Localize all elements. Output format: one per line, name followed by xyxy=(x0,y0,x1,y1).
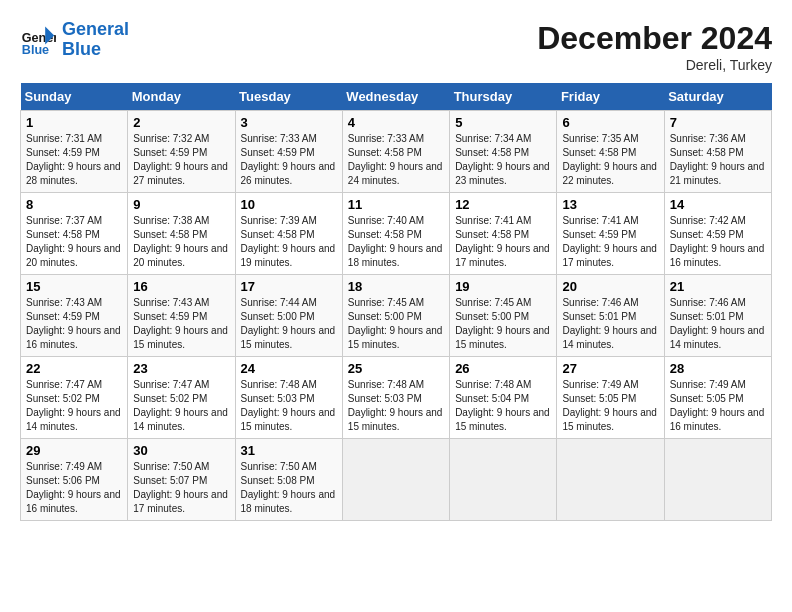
week-row-5: 29Sunrise: 7:49 AMSunset: 5:06 PMDayligh… xyxy=(21,439,772,521)
calendar-cell: 5Sunrise: 7:34 AMSunset: 4:58 PMDaylight… xyxy=(450,111,557,193)
day-info: Sunrise: 7:47 AMSunset: 5:02 PMDaylight:… xyxy=(133,378,229,434)
calendar-cell: 2Sunrise: 7:32 AMSunset: 4:59 PMDaylight… xyxy=(128,111,235,193)
calendar-cell: 8Sunrise: 7:37 AMSunset: 4:58 PMDaylight… xyxy=(21,193,128,275)
day-number: 25 xyxy=(348,361,444,376)
day-number: 24 xyxy=(241,361,337,376)
day-number: 9 xyxy=(133,197,229,212)
day-info: Sunrise: 7:45 AMSunset: 5:00 PMDaylight:… xyxy=(348,296,444,352)
day-number: 30 xyxy=(133,443,229,458)
day-number: 29 xyxy=(26,443,122,458)
day-info: Sunrise: 7:41 AMSunset: 4:59 PMDaylight:… xyxy=(562,214,658,270)
week-row-3: 15Sunrise: 7:43 AMSunset: 4:59 PMDayligh… xyxy=(21,275,772,357)
day-number: 2 xyxy=(133,115,229,130)
day-number: 31 xyxy=(241,443,337,458)
calendar-cell: 6Sunrise: 7:35 AMSunset: 4:58 PMDaylight… xyxy=(557,111,664,193)
day-info: Sunrise: 7:41 AMSunset: 4:58 PMDaylight:… xyxy=(455,214,551,270)
weekday-saturday: Saturday xyxy=(664,83,771,111)
calendar-table: SundayMondayTuesdayWednesdayThursdayFrid… xyxy=(20,83,772,521)
week-row-2: 8Sunrise: 7:37 AMSunset: 4:58 PMDaylight… xyxy=(21,193,772,275)
day-number: 28 xyxy=(670,361,766,376)
day-number: 26 xyxy=(455,361,551,376)
weekday-header-row: SundayMondayTuesdayWednesdayThursdayFrid… xyxy=(21,83,772,111)
day-number: 14 xyxy=(670,197,766,212)
day-info: Sunrise: 7:48 AMSunset: 5:03 PMDaylight:… xyxy=(348,378,444,434)
day-info: Sunrise: 7:45 AMSunset: 5:00 PMDaylight:… xyxy=(455,296,551,352)
calendar-cell: 21Sunrise: 7:46 AMSunset: 5:01 PMDayligh… xyxy=(664,275,771,357)
location: Dereli, Turkey xyxy=(537,57,772,73)
day-number: 20 xyxy=(562,279,658,294)
day-number: 10 xyxy=(241,197,337,212)
calendar-cell: 31Sunrise: 7:50 AMSunset: 5:08 PMDayligh… xyxy=(235,439,342,521)
weekday-wednesday: Wednesday xyxy=(342,83,449,111)
day-info: Sunrise: 7:48 AMSunset: 5:04 PMDaylight:… xyxy=(455,378,551,434)
title-area: December 2024 Dereli, Turkey xyxy=(537,20,772,73)
calendar-cell: 22Sunrise: 7:47 AMSunset: 5:02 PMDayligh… xyxy=(21,357,128,439)
calendar-cell: 7Sunrise: 7:36 AMSunset: 4:58 PMDaylight… xyxy=(664,111,771,193)
calendar-cell: 20Sunrise: 7:46 AMSunset: 5:01 PMDayligh… xyxy=(557,275,664,357)
day-number: 15 xyxy=(26,279,122,294)
day-info: Sunrise: 7:36 AMSunset: 4:58 PMDaylight:… xyxy=(670,132,766,188)
day-info: Sunrise: 7:50 AMSunset: 5:08 PMDaylight:… xyxy=(241,460,337,516)
day-number: 17 xyxy=(241,279,337,294)
day-number: 13 xyxy=(562,197,658,212)
week-row-1: 1Sunrise: 7:31 AMSunset: 4:59 PMDaylight… xyxy=(21,111,772,193)
calendar-cell xyxy=(664,439,771,521)
calendar-cell: 28Sunrise: 7:49 AMSunset: 5:05 PMDayligh… xyxy=(664,357,771,439)
day-number: 1 xyxy=(26,115,122,130)
day-info: Sunrise: 7:39 AMSunset: 4:58 PMDaylight:… xyxy=(241,214,337,270)
calendar-cell: 14Sunrise: 7:42 AMSunset: 4:59 PMDayligh… xyxy=(664,193,771,275)
day-number: 21 xyxy=(670,279,766,294)
weekday-sunday: Sunday xyxy=(21,83,128,111)
day-number: 16 xyxy=(133,279,229,294)
day-info: Sunrise: 7:48 AMSunset: 5:03 PMDaylight:… xyxy=(241,378,337,434)
weekday-tuesday: Tuesday xyxy=(235,83,342,111)
day-number: 5 xyxy=(455,115,551,130)
day-info: Sunrise: 7:46 AMSunset: 5:01 PMDaylight:… xyxy=(670,296,766,352)
calendar-cell: 13Sunrise: 7:41 AMSunset: 4:59 PMDayligh… xyxy=(557,193,664,275)
day-info: Sunrise: 7:38 AMSunset: 4:58 PMDaylight:… xyxy=(133,214,229,270)
day-info: Sunrise: 7:33 AMSunset: 4:58 PMDaylight:… xyxy=(348,132,444,188)
calendar-cell: 29Sunrise: 7:49 AMSunset: 5:06 PMDayligh… xyxy=(21,439,128,521)
calendar-cell: 15Sunrise: 7:43 AMSunset: 4:59 PMDayligh… xyxy=(21,275,128,357)
calendar-cell xyxy=(342,439,449,521)
calendar-cell xyxy=(557,439,664,521)
day-number: 23 xyxy=(133,361,229,376)
day-info: Sunrise: 7:49 AMSunset: 5:05 PMDaylight:… xyxy=(670,378,766,434)
weekday-thursday: Thursday xyxy=(450,83,557,111)
day-info: Sunrise: 7:37 AMSunset: 4:58 PMDaylight:… xyxy=(26,214,122,270)
weekday-monday: Monday xyxy=(128,83,235,111)
day-info: Sunrise: 7:47 AMSunset: 5:02 PMDaylight:… xyxy=(26,378,122,434)
day-info: Sunrise: 7:40 AMSunset: 4:58 PMDaylight:… xyxy=(348,214,444,270)
calendar-body: 1Sunrise: 7:31 AMSunset: 4:59 PMDaylight… xyxy=(21,111,772,521)
calendar-cell xyxy=(450,439,557,521)
day-info: Sunrise: 7:32 AMSunset: 4:59 PMDaylight:… xyxy=(133,132,229,188)
day-info: Sunrise: 7:43 AMSunset: 4:59 PMDaylight:… xyxy=(26,296,122,352)
calendar-cell: 19Sunrise: 7:45 AMSunset: 5:00 PMDayligh… xyxy=(450,275,557,357)
day-number: 11 xyxy=(348,197,444,212)
day-info: Sunrise: 7:46 AMSunset: 5:01 PMDaylight:… xyxy=(562,296,658,352)
calendar-cell: 11Sunrise: 7:40 AMSunset: 4:58 PMDayligh… xyxy=(342,193,449,275)
day-number: 27 xyxy=(562,361,658,376)
day-info: Sunrise: 7:34 AMSunset: 4:58 PMDaylight:… xyxy=(455,132,551,188)
calendar-cell: 3Sunrise: 7:33 AMSunset: 4:59 PMDaylight… xyxy=(235,111,342,193)
logo: General Blue General Blue xyxy=(20,20,129,60)
day-info: Sunrise: 7:49 AMSunset: 5:06 PMDaylight:… xyxy=(26,460,122,516)
day-info: Sunrise: 7:33 AMSunset: 4:59 PMDaylight:… xyxy=(241,132,337,188)
calendar-cell: 10Sunrise: 7:39 AMSunset: 4:58 PMDayligh… xyxy=(235,193,342,275)
calendar-cell: 27Sunrise: 7:49 AMSunset: 5:05 PMDayligh… xyxy=(557,357,664,439)
calendar-cell: 23Sunrise: 7:47 AMSunset: 5:02 PMDayligh… xyxy=(128,357,235,439)
calendar-cell: 25Sunrise: 7:48 AMSunset: 5:03 PMDayligh… xyxy=(342,357,449,439)
day-info: Sunrise: 7:50 AMSunset: 5:07 PMDaylight:… xyxy=(133,460,229,516)
calendar-cell: 30Sunrise: 7:50 AMSunset: 5:07 PMDayligh… xyxy=(128,439,235,521)
svg-text:Blue: Blue xyxy=(22,43,49,57)
calendar-cell: 26Sunrise: 7:48 AMSunset: 5:04 PMDayligh… xyxy=(450,357,557,439)
day-number: 3 xyxy=(241,115,337,130)
calendar-cell: 18Sunrise: 7:45 AMSunset: 5:00 PMDayligh… xyxy=(342,275,449,357)
day-info: Sunrise: 7:43 AMSunset: 4:59 PMDaylight:… xyxy=(133,296,229,352)
logo-line2: Blue xyxy=(62,40,129,60)
day-number: 22 xyxy=(26,361,122,376)
week-row-4: 22Sunrise: 7:47 AMSunset: 5:02 PMDayligh… xyxy=(21,357,772,439)
calendar-cell: 17Sunrise: 7:44 AMSunset: 5:00 PMDayligh… xyxy=(235,275,342,357)
day-number: 18 xyxy=(348,279,444,294)
day-number: 12 xyxy=(455,197,551,212)
